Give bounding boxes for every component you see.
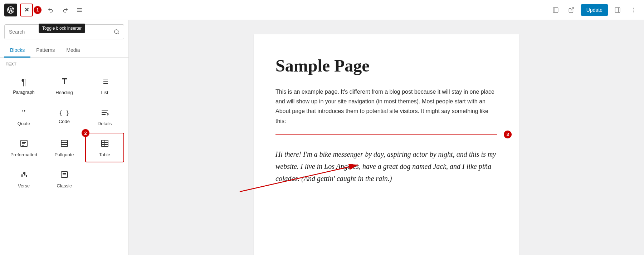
external-link-button[interactable] — [565, 4, 578, 16]
preformatted-label: Preformatted — [10, 152, 37, 157]
section-text-label: TEXT — [4, 62, 124, 66]
search-button[interactable] — [109, 25, 124, 39]
details-label: Details — [98, 121, 112, 126]
toolbar-right: Update — [549, 4, 640, 16]
undo-button[interactable] — [44, 4, 57, 16]
nav-controls — [44, 4, 86, 16]
heading-label: Heading — [55, 90, 73, 95]
block-details[interactable]: Details — [85, 102, 124, 131]
svg-point-10 — [633, 11, 634, 12]
badge-1: 1 — [34, 6, 42, 14]
table-icon — [101, 139, 109, 149]
block-heading[interactable]: Heading — [45, 70, 84, 100]
main-layout: Blocks Patterns Media TEXT ¶ Paragraph H… — [0, 20, 644, 255]
quote-icon: " — [22, 108, 26, 118]
quote-label: Quote — [18, 121, 30, 126]
wordpress-logo[interactable] — [4, 4, 17, 16]
svg-line-5 — [571, 8, 574, 10]
page-body-text: This is an example page. It's different … — [275, 87, 497, 126]
svg-point-9 — [633, 9, 634, 10]
svg-rect-6 — [615, 8, 620, 13]
content-area: Sample Page This is an example page. It'… — [129, 20, 644, 255]
blocks-grid: ¶ Paragraph Heading List — [4, 70, 124, 193]
code-icon: { } — [59, 110, 69, 116]
block-classic[interactable]: Classic — [45, 164, 84, 193]
verse-label: Verse — [18, 183, 30, 188]
view-button[interactable] — [549, 4, 562, 16]
tabs: Blocks Patterns Media — [0, 44, 128, 58]
quote-block: Hi there! I'm a bike messenger by day, a… — [275, 141, 497, 192]
verse-icon — [20, 170, 28, 180]
block-verse[interactable]: Verse — [4, 164, 43, 193]
redo-button[interactable] — [59, 4, 72, 16]
more-button[interactable] — [627, 4, 640, 16]
svg-rect-3 — [553, 8, 558, 13]
toggle-inserter-button[interactable]: ✕ — [20, 4, 33, 16]
toggle-tooltip: Toggle block inserter — [39, 24, 85, 33]
list-label: List — [101, 90, 108, 95]
top-toolbar: ✕ Toggle block inserter 1 Update — [0, 0, 644, 20]
settings-button[interactable] — [611, 4, 624, 16]
close-icon: ✕ — [24, 6, 29, 13]
pullquote-icon — [60, 139, 69, 149]
divider-line — [275, 134, 497, 135]
paragraph-label: Paragraph — [13, 89, 35, 95]
list-view-button[interactable] — [73, 4, 86, 16]
code-label: Code — [59, 119, 70, 124]
svg-line-12 — [118, 33, 119, 34]
sidebar: Blocks Patterns Media TEXT ¶ Paragraph H… — [0, 20, 129, 255]
block-table[interactable]: 2 Table — [85, 133, 124, 162]
paragraph-icon: ¶ — [21, 77, 26, 87]
page-title: Sample Page — [275, 56, 497, 75]
badge-3: 3 — [504, 131, 512, 138]
heading-icon — [60, 77, 69, 87]
blocks-panel: TEXT ¶ Paragraph Heading — [0, 58, 128, 255]
pullquote-label: Pullquote — [54, 152, 74, 157]
block-quote[interactable]: " Quote — [4, 102, 43, 131]
tab-media[interactable]: Media — [60, 44, 86, 58]
block-code[interactable]: { } Code — [45, 102, 84, 131]
preformatted-icon — [20, 139, 28, 149]
list-icon — [101, 77, 109, 87]
tab-patterns[interactable]: Patterns — [30, 44, 60, 58]
tab-blocks[interactable]: Blocks — [4, 44, 30, 58]
classic-label: Classic — [57, 183, 72, 188]
editor-content[interactable]: Sample Page This is an example page. It'… — [254, 34, 519, 255]
block-list[interactable]: List — [85, 70, 124, 100]
details-icon — [101, 108, 109, 118]
block-pullquote[interactable]: Pullquote — [45, 133, 84, 162]
svg-rect-26 — [61, 140, 68, 147]
update-button[interactable]: Update — [581, 4, 608, 16]
block-paragraph[interactable]: ¶ Paragraph — [4, 70, 43, 100]
table-label: Table — [99, 152, 110, 157]
svg-point-8 — [633, 8, 634, 8]
badge-2: 2 — [82, 129, 89, 137]
block-preformatted[interactable]: Preformatted — [4, 133, 43, 162]
classic-icon — [60, 170, 69, 180]
svg-point-11 — [114, 30, 118, 34]
